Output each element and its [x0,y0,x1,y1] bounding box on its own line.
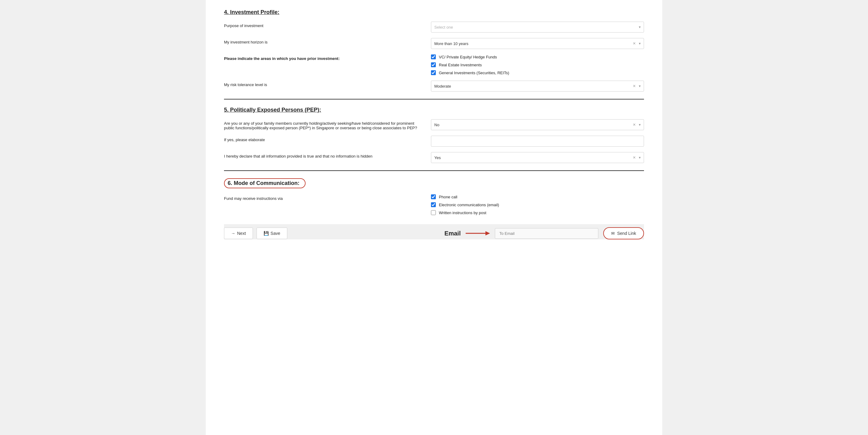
label-pep-elaborate: If yes, please elaborate [224,136,431,142]
email-input[interactable] [495,228,598,239]
checkbox-phone-label: Phone call [439,195,458,199]
next-label: Next [237,231,246,236]
label-declaration: I hereby declare that all information pr… [224,152,431,159]
send-link-icon: ✉ [611,231,615,236]
checkbox-general-investments-label: General Investments (Securities, REITs) [439,71,509,75]
select-horizon[interactable]: More than 10 years ✕ ▾ [431,38,644,49]
label-communication: Fund may receive instructions via [224,194,431,201]
control-pep-elaborate [431,136,644,146]
checkbox-email-comm-label: Electronic communications (email) [439,203,499,207]
checkbox-general-investments[interactable] [431,70,436,75]
checkbox-item-phone[interactable]: Phone call [431,194,644,199]
checkbox-item-real-estate[interactable]: Real Estate Investments [431,62,644,67]
label-purpose: Purpose of investment [224,22,431,28]
control-purpose: Select one ▾ [431,22,644,33]
save-label: Save [271,231,280,236]
select-risk-tolerance[interactable]: Moderate ✕ ▾ [431,80,644,92]
send-link-button[interactable]: ✉ Send Link [603,227,644,239]
select-declaration-icons: ✕ ▾ [633,156,641,160]
checkbox-vc[interactable] [431,55,436,59]
select-pep-question[interactable]: No ✕ ▾ [431,119,644,130]
arrow-right [466,230,490,237]
select-risk-tolerance-icons: ✕ ▾ [633,84,641,88]
checkbox-phone[interactable] [431,194,436,199]
checkbox-email-comm[interactable] [431,202,436,207]
checkbox-item-post[interactable]: Written instructions by post [431,210,644,215]
checkbox-post-label: Written instructions by post [439,210,486,215]
checkbox-vc-label: VC/ Private Equity/ Hedge Funds [439,55,497,59]
control-horizon: More than 10 years ✕ ▾ [431,38,644,49]
control-risk-tolerance: Moderate ✕ ▾ [431,80,644,92]
select-purpose-icons: ▾ [639,25,641,29]
bottom-bar: → Next 💾 Save Email ✉ Send Link [224,224,644,239]
label-horizon: My investment horizon is [224,38,431,44]
control-prior-investment: VC/ Private Equity/ Hedge Funds Real Est… [431,55,644,75]
email-label: Email [444,230,461,237]
next-icon: → [231,231,235,236]
select-pep-question-value: No [434,123,439,127]
select-horizon-value: More than 10 years [434,41,468,46]
section-6-title-wrapper: 6. Mode of Communication: [224,178,644,188]
email-area: Email ✉ Send Link [444,227,644,239]
section-communication: 6. Mode of Communication: Fund may recei… [224,178,644,215]
select-purpose[interactable]: Select one ▾ [431,22,644,33]
select-pep-question-icons: ✕ ▾ [633,123,641,127]
checkbox-real-estate-label: Real Estate Investments [439,63,482,67]
save-button[interactable]: 💾 Save [256,228,287,239]
form-row-pep-elaborate: If yes, please elaborate [224,136,644,146]
arrow-icon [466,230,490,237]
checkbox-item-email-comm[interactable]: Electronic communications (email) [431,202,644,207]
bottom-bar-left: → Next 💾 Save [224,228,287,239]
checkbox-post[interactable] [431,210,436,215]
form-row-communication: Fund may receive instructions via Phone … [224,194,644,215]
page-container: 4. Investment Profile: Purpose of invest… [206,0,662,435]
checkbox-real-estate[interactable] [431,62,436,67]
divider-2 [224,170,644,171]
select-declaration[interactable]: Yes ✕ ▾ [431,152,644,163]
control-pep-question: No ✕ ▾ [431,119,644,130]
form-row-pep-question: Are you or any of your family members cu… [224,119,644,130]
section-6-title-highlight: 6. Mode of Communication: [224,178,306,188]
section-5-title: 5. Politically Exposed Persons (PEP): [224,107,644,113]
section-6-title: 6. Mode of Communication: [228,180,300,186]
select-risk-tolerance-value: Moderate [434,84,451,89]
label-pep-question: Are you or any of your family members cu… [224,119,431,130]
select-purpose-placeholder: Select one [434,25,453,30]
control-communication: Phone call Electronic communications (em… [431,194,644,215]
section-investment-profile: 4. Investment Profile: Purpose of invest… [224,9,644,92]
form-row-prior-investment: Please indicate the areas in which you h… [224,55,644,75]
checkbox-item-general-investments[interactable]: General Investments (Securities, REITs) [431,70,644,75]
form-row-purpose: Purpose of investment Select one ▾ [224,22,644,33]
section-pep: 5. Politically Exposed Persons (PEP): Ar… [224,107,644,163]
label-prior-investment: Please indicate the areas in which you h… [224,55,431,61]
control-declaration: Yes ✕ ▾ [431,152,644,163]
form-row-horizon: My investment horizon is More than 10 ye… [224,38,644,49]
divider-1 [224,99,644,99]
select-declaration-value: Yes [434,156,441,160]
svg-marker-1 [486,231,490,235]
form-row-risk-tolerance: My risk tolerance level is Moderate ✕ ▾ [224,80,644,92]
checkbox-group-prior-investment: VC/ Private Equity/ Hedge Funds Real Est… [431,55,644,75]
checkbox-group-communication: Phone call Electronic communications (em… [431,194,644,215]
input-pep-elaborate[interactable] [431,136,644,146]
next-button[interactable]: → Next [224,228,253,239]
save-icon: 💾 [264,231,269,236]
select-horizon-icons: ✕ ▾ [633,41,641,46]
label-risk-tolerance: My risk tolerance level is [224,80,431,87]
checkbox-item-vc[interactable]: VC/ Private Equity/ Hedge Funds [431,55,644,59]
section-4-title: 4. Investment Profile: [224,9,644,15]
send-link-label: Send Link [617,231,636,236]
form-row-declaration: I hereby declare that all information pr… [224,152,644,163]
